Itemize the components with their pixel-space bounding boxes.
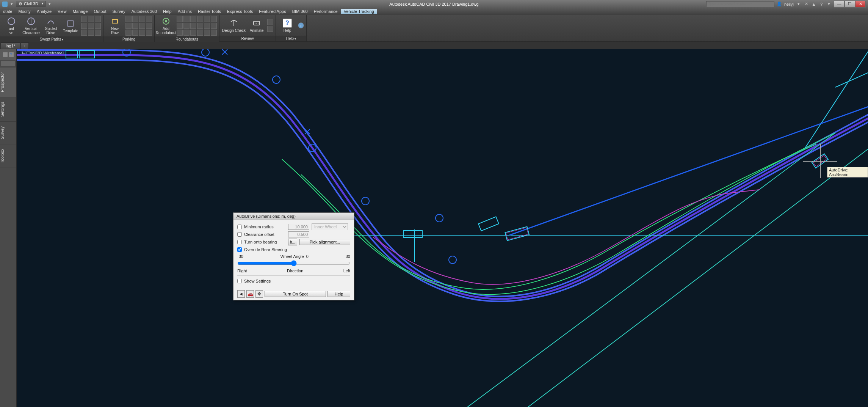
signin-icon[interactable]: 👤 [777,2,782,7]
menu-performance[interactable]: Performance [311,9,341,14]
ra-18[interactable] [211,30,217,36]
drawing-canvas[interactable]: [–][Top][2D Wireframe] [17,49,868,407]
new-row-button[interactable]: New Row [106,16,124,35]
pk-a10[interactable] [132,30,138,36]
menu-vehicletracking[interactable]: Vehicle Tracking [341,9,377,14]
guided-drive-button[interactable]: Guided Drive [42,16,60,35]
qat-more-icon[interactable]: ▾ [47,2,52,7]
show-settings-checkbox[interactable] [237,279,242,283]
sp-sm-4[interactable] [81,23,87,29]
close-button[interactable]: ✕ [855,1,866,8]
turn-bearing-checkbox[interactable] [237,240,242,244]
menu-rastertools[interactable]: Raster Tools [195,9,224,14]
wheel-select[interactable]: Inner Wheel [312,223,348,230]
workspace-dropdown[interactable]: ⚙Civil 3D [16,1,45,7]
menu-rotate[interactable]: otate [0,9,15,14]
pk-a1[interactable] [125,16,132,22]
sp-sm-8[interactable] [88,30,94,36]
exchange-icon[interactable]: ✕ [804,2,809,7]
help-icon[interactable]: ? [819,2,824,7]
pk-a8[interactable] [146,23,152,29]
menu-modify[interactable]: Modify [15,9,33,14]
menu-survey[interactable]: Survey [109,9,128,14]
doc-tab-add[interactable]: + [21,42,28,49]
ra-9[interactable] [190,23,196,29]
menu-view[interactable]: View [55,9,70,14]
toolspace-dropdown[interactable] [1,61,16,67]
dialog-title[interactable]: AutoDrive (Dimensions: m, deg) [233,213,354,220]
vertical-clearance-button[interactable]: Vertical Clearance [22,16,40,35]
ra-10[interactable] [197,23,203,29]
menu-bim360[interactable]: BIM 360 [289,9,311,14]
toolspace-btn-1[interactable] [3,52,8,57]
min-radius-checkbox[interactable] [237,225,242,229]
menu-expresstools[interactable]: Express Tools [224,9,256,14]
menu-addins[interactable]: Add-ins [175,9,195,14]
ra-1[interactable] [177,16,183,22]
dialog-icon-move[interactable]: ✥ [255,290,263,298]
ra-14[interactable] [183,30,190,36]
sp-sm-1[interactable] [81,16,87,22]
ra-11[interactable] [204,23,210,29]
pk-a11[interactable] [139,30,145,36]
ra-16[interactable] [197,30,203,36]
ra-15[interactable] [190,30,196,36]
menu-help[interactable]: Help [160,9,175,14]
pk-a7[interactable] [139,23,145,29]
ra-3[interactable] [190,16,196,22]
dialog-help-button[interactable]: Help [327,291,350,297]
design-check-button[interactable]: Design Check [222,16,246,35]
menu-manage[interactable]: Manage [70,9,91,14]
dialog-icon-prev[interactable]: ◄ [237,290,245,298]
maximize-button[interactable]: ☐ [844,1,855,8]
review-sm-1[interactable] [267,19,273,25]
user-dd-icon[interactable]: ▾ [796,2,801,7]
pk-a2[interactable] [132,16,138,22]
menu-autodesk360[interactable]: Autodesk 360 [128,9,160,14]
dialog-icon-vehicle[interactable]: 🚗 [246,290,254,298]
pk-a9[interactable] [125,30,132,36]
pk-a6[interactable] [132,23,138,29]
ra-17[interactable] [204,30,210,36]
side-tab-prospector[interactable]: Prospector [0,68,16,97]
ra-2[interactable] [183,16,190,22]
menu-output[interactable]: Output [91,9,109,14]
menu-featuredapps[interactable]: Featured Apps [256,9,289,14]
sp-sm-6[interactable] [95,23,101,29]
sp-sm-2[interactable] [88,16,94,22]
ra-4[interactable] [197,16,203,22]
ra-8[interactable] [183,23,190,29]
search-input[interactable] [706,1,774,7]
bearing-button[interactable]: b... [288,239,297,245]
sp-sm-7[interactable] [81,30,87,36]
ra-6[interactable] [211,16,217,22]
help-button[interactable]: ?Help [278,16,296,35]
toolspace-btn-2[interactable]: ? [9,52,14,57]
review-sm-2[interactable] [267,26,273,32]
pk-a4[interactable] [146,16,152,22]
ra-7[interactable] [177,23,183,29]
pk-a5[interactable] [125,23,132,29]
qat-dropdown-icon[interactable]: ▾ [9,2,14,7]
turn-on-spot-button[interactable]: Turn On Spot [265,291,326,297]
sp-sm-9[interactable] [95,30,101,36]
wheel-angle-slider[interactable] [237,260,350,266]
template-button[interactable]: Template [61,16,80,35]
add-roundabout-button[interactable]: Add Roundabout [157,16,175,35]
sp-sm-5[interactable] [88,23,94,29]
ra-13[interactable] [177,30,183,36]
ra-5[interactable] [204,16,210,22]
side-tab-survey[interactable]: Survey [0,122,16,144]
minimize-button[interactable]: — [834,1,844,8]
ribbon-panel-title-help[interactable]: Help [276,36,306,41]
pk-a12[interactable] [146,30,152,36]
manual-drive-button[interactable]: ual ve [2,16,20,35]
pick-alignment-button[interactable]: Pick alignment... [299,239,350,245]
min-radius-input[interactable] [288,224,309,230]
side-tab-toolbox[interactable]: Toolbox [0,144,16,168]
clearance-input[interactable] [288,231,309,237]
clearance-checkbox[interactable] [237,232,242,237]
help-dd-icon[interactable]: ▾ [826,2,832,7]
user-name[interactable]: neilyj [784,2,794,6]
ribbon-panel-title-sweptpaths[interactable]: Swept Paths [0,36,103,42]
